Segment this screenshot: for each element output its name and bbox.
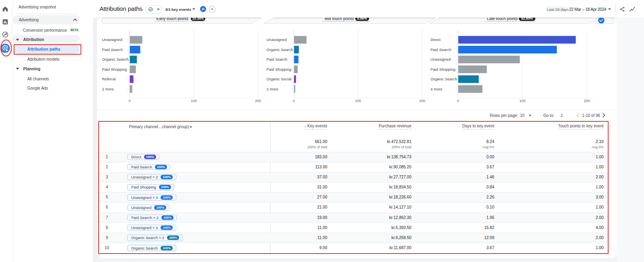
svg-text:Mid touch points: Mid touch points bbox=[325, 18, 354, 21]
svg-text:Organic Social: Organic Social bbox=[266, 77, 291, 81]
svg-text:200: 200 bbox=[255, 99, 261, 103]
svg-text:200: 200 bbox=[584, 99, 590, 103]
svg-text:Organic Search: Organic Search bbox=[102, 57, 129, 61]
svg-text:2 more: 2 more bbox=[102, 87, 114, 91]
svg-text:Paid Shopping: Paid Shopping bbox=[102, 67, 127, 72]
svg-text:0: 0 bbox=[293, 99, 295, 103]
svg-text:Early touch points: Early touch points bbox=[157, 18, 189, 21]
svg-text:6.86%: 6.86% bbox=[357, 18, 367, 20]
svg-text:Unassigned: Unassigned bbox=[266, 37, 287, 42]
svg-text:Paid Shopping: Paid Shopping bbox=[431, 67, 456, 72]
svg-text:100: 100 bbox=[355, 99, 361, 103]
svg-text:82.80%: 82.80% bbox=[521, 18, 533, 20]
svg-text:Paid Search: Paid Search bbox=[266, 57, 287, 61]
svg-text:2 more: 2 more bbox=[266, 87, 279, 91]
svg-text:Unassigned: Unassigned bbox=[431, 57, 451, 61]
svg-text:100: 100 bbox=[519, 99, 525, 103]
svg-text:10.34%: 10.34% bbox=[192, 18, 204, 20]
svg-text:200: 200 bbox=[419, 99, 425, 103]
svg-text:Paid Search: Paid Search bbox=[102, 47, 123, 52]
svg-text:Organic Search: Organic Search bbox=[431, 77, 457, 81]
svg-text:0: 0 bbox=[128, 99, 130, 103]
svg-text:Organic Search: Organic Search bbox=[266, 47, 293, 52]
svg-text:Late touch points: Late touch points bbox=[487, 18, 518, 21]
svg-text:Unassigned: Unassigned bbox=[102, 37, 122, 42]
svg-text:Direct: Direct bbox=[431, 37, 441, 42]
svg-text:Paid Shopping: Paid Shopping bbox=[266, 67, 291, 72]
svg-text:0: 0 bbox=[457, 99, 459, 103]
svg-text:100: 100 bbox=[191, 99, 197, 103]
svg-text:Referral: Referral bbox=[102, 77, 116, 81]
svg-text:4 more: 4 more bbox=[431, 87, 443, 91]
svg-text:Paid Search: Paid Search bbox=[431, 47, 452, 52]
